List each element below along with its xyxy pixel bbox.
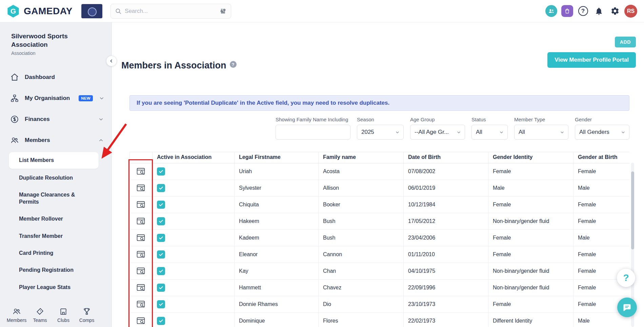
table-row: Dominique Flores 22/02/1973 Different Id…: [130, 313, 629, 327]
active-checkbox[interactable]: [157, 317, 165, 325]
org-flag-image: [81, 4, 102, 18]
sidebar-item-dashboard[interactable]: Dashboard: [0, 67, 112, 88]
cell-family-name: Chan: [319, 263, 404, 279]
view-record-button[interactable]: [136, 167, 146, 176]
title-help-icon[interactable]: ?: [230, 61, 237, 68]
bottomnav-clubs[interactable]: Clubs: [52, 307, 75, 323]
sidebar-item-list-members[interactable]: List Members: [9, 152, 99, 168]
cell-gender-identity: Non-binary/gender fluid: [488, 213, 573, 229]
check-icon: [158, 219, 164, 224]
notifications-button[interactable]: [592, 5, 605, 18]
sidebar-item-my-organisation[interactable]: My Organisation NEW: [0, 88, 112, 109]
view-record-button[interactable]: [136, 183, 146, 193]
sidebar-item-finances[interactable]: Finances: [0, 109, 112, 130]
cell-gender-identity: Non-binary/gender fluid: [488, 263, 573, 279]
cell-date-of-birth: 22/09/1996: [404, 280, 488, 296]
bottomnav-teams[interactable]: Teams: [29, 307, 51, 323]
table-row: Chiquita Booker 10/12/1984 Female Female: [130, 197, 629, 213]
cell-date-of-birth: 04/10/1975: [404, 263, 488, 279]
sidebar-item-member-rollover[interactable]: Member Rollover: [0, 210, 112, 227]
new-badge: NEW: [79, 95, 93, 101]
search-icon: [115, 8, 122, 15]
cell-gender-identity: Female: [488, 246, 573, 263]
view-record-button[interactable]: [136, 266, 146, 276]
svg-text:G: G: [11, 7, 16, 15]
column-header-dob: Date of Birth: [404, 152, 488, 163]
view-record-icon: [137, 317, 146, 325]
sidebar-item-card-printing[interactable]: Card Printing: [0, 245, 112, 262]
search-filter-icon[interactable]: [219, 7, 227, 15]
check-icon: [158, 252, 164, 257]
status-select[interactable]: All: [471, 125, 508, 140]
cell-legal-firstname: Kay: [235, 263, 319, 279]
floating-help-button[interactable]: ?: [617, 269, 635, 287]
floating-chat-button[interactable]: [617, 298, 637, 317]
family-name-filter-input[interactable]: [276, 125, 350, 140]
active-checkbox[interactable]: [157, 201, 165, 209]
sidebar-collapse-button[interactable]: [106, 56, 117, 66]
filter-family-name: Showing Family Name Including: [276, 117, 350, 140]
marketplace-button[interactable]: [561, 5, 573, 18]
active-checkbox[interactable]: [157, 217, 165, 225]
global-search: [110, 4, 231, 19]
cell-date-of-birth: 10/12/1984: [404, 197, 488, 213]
view-record-button[interactable]: [136, 316, 146, 326]
check-icon: [158, 302, 164, 307]
table-row: Kadeem Bush 23/04/2006 Female Male: [130, 230, 629, 246]
sidebar-item-members[interactable]: Members: [0, 130, 112, 151]
help-button[interactable]: ?: [577, 5, 589, 18]
sidebar-item-transfer-member[interactable]: Transfer Member: [0, 228, 112, 245]
add-button[interactable]: ADD: [615, 37, 636, 47]
sidebar-item-manage-clearances-permits[interactable]: Manage Clearances & Permits: [0, 186, 112, 210]
cell-legal-firstname: Hakeem: [235, 213, 319, 229]
view-record-button[interactable]: [136, 300, 146, 309]
column-header-gender-identity: Gender Identity: [488, 152, 573, 163]
filter-age-group: Age Group --All Age Gr...: [410, 117, 465, 140]
cell-legal-firstname: Uriah: [235, 163, 319, 180]
view-member-profile-portal-button[interactable]: View Member Profile Portal: [547, 52, 636, 68]
view-record-button[interactable]: [136, 217, 146, 226]
gameday-logo[interactable]: G GAMEDAY: [0, 4, 73, 18]
sidebar-item-player-league-stats[interactable]: Player League Stats: [0, 279, 112, 296]
view-record-button[interactable]: [136, 200, 146, 209]
filters-row: Showing Family Name Including Season 202…: [129, 117, 629, 140]
app: { "topbar": { "brand": "GAMEDAY", "searc…: [0, 0, 644, 327]
cell-family-name: Dio: [319, 296, 404, 312]
brand-wordmark: GAMEDAY: [24, 6, 73, 17]
active-checkbox[interactable]: [157, 234, 165, 242]
cell-gender-identity: Female: [488, 296, 573, 312]
community-button[interactable]: [545, 5, 558, 18]
gender-select[interactable]: All Genders: [575, 125, 629, 140]
view-record-button[interactable]: [136, 250, 146, 259]
search-input[interactable]: [125, 8, 216, 15]
table-row: Uriah Acosta 07/08/2002 Female Female: [130, 163, 629, 180]
bottomnav-comps[interactable]: Comps: [76, 307, 98, 323]
sidebar-item-duplicate-resolution[interactable]: Duplicate Resolution: [0, 169, 112, 186]
age-group-select[interactable]: --All Age Gr...: [410, 125, 465, 140]
sidebar-item-pending-registration[interactable]: Pending Registration: [0, 262, 112, 279]
active-checkbox[interactable]: [157, 167, 165, 176]
gear-icon: [610, 6, 620, 16]
trophy-icon: [82, 307, 91, 316]
active-checkbox[interactable]: [157, 184, 165, 192]
filter-gender: Gender All Genders: [575, 117, 629, 140]
cell-gender-at-birth: Male: [573, 230, 629, 246]
chevron-down-icon: [621, 130, 626, 135]
check-icon: [158, 235, 164, 241]
bottomnav-members[interactable]: Members: [5, 307, 28, 323]
active-checkbox[interactable]: [157, 250, 165, 259]
season-select[interactable]: 2025: [357, 125, 404, 140]
view-record-button[interactable]: [136, 233, 146, 243]
active-checkbox[interactable]: [157, 300, 165, 308]
table-row: Hakeem Bush 17/05/2012 Non-binary/gender…: [130, 213, 629, 230]
check-icon: [158, 185, 164, 191]
scrollbar-thumb[interactable]: [631, 171, 634, 249]
filter-member-type: Member Type All: [514, 117, 568, 140]
view-record-button[interactable]: [136, 283, 146, 292]
active-checkbox[interactable]: [157, 267, 165, 275]
settings-button[interactable]: [608, 5, 621, 18]
user-avatar[interactable]: RS: [624, 5, 637, 18]
cell-legal-firstname: Kadeem: [235, 230, 319, 246]
member-type-select[interactable]: All: [514, 125, 568, 140]
active-checkbox[interactable]: [157, 284, 165, 292]
